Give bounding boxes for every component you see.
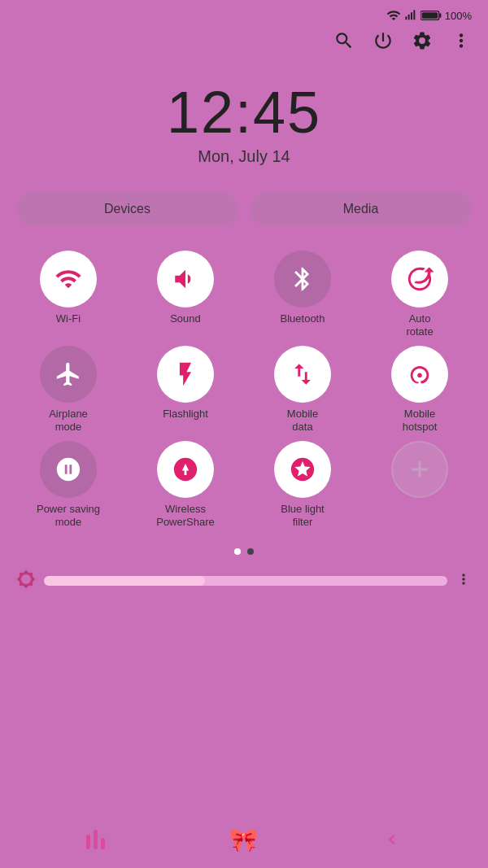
toggle-wifi[interactable]: Wi-Fi bbox=[10, 251, 127, 338]
bluetooth-label: Bluetooth bbox=[281, 312, 325, 325]
mobiledata-label: Mobiledata bbox=[287, 408, 318, 433]
toggle-mobiledata[interactable]: Mobiledata bbox=[244, 346, 361, 433]
clock-time: 12:45 bbox=[0, 79, 488, 146]
sound-label: Sound bbox=[170, 312, 201, 325]
quick-toggles-grid: Wi-Fi Sound Bluetooth Autorotate Airplan… bbox=[0, 242, 488, 537]
toggle-powersaving[interactable]: Power savingmode bbox=[10, 441, 127, 528]
dot-1 bbox=[234, 548, 241, 555]
airplane-icon-circle bbox=[40, 346, 97, 403]
signal-icon bbox=[404, 9, 417, 22]
toggle-bluetooth[interactable]: Bluetooth bbox=[244, 251, 361, 338]
more-icon[interactable] bbox=[451, 30, 472, 55]
bottom-nav: 🎀 bbox=[0, 811, 488, 868]
tab-media[interactable]: Media bbox=[250, 192, 472, 226]
wifi-label: Wi-Fi bbox=[56, 312, 81, 325]
flashlight-icon-circle bbox=[157, 346, 214, 403]
flashlight-label: Flashlight bbox=[163, 408, 208, 421]
status-bar: 100% bbox=[0, 0, 488, 27]
clock-section: 12:45 Mon, July 14 bbox=[0, 63, 488, 172]
autorotate-icon-circle bbox=[391, 251, 448, 308]
powersaving-label: Power savingmode bbox=[37, 503, 100, 528]
mobiledata-icon-circle bbox=[274, 346, 331, 403]
bluetooth-icon-circle bbox=[274, 251, 331, 308]
battery-icon bbox=[420, 9, 442, 22]
svg-rect-3 bbox=[413, 10, 415, 20]
brightness-track[interactable] bbox=[44, 576, 447, 586]
tab-devices[interactable]: Devices bbox=[16, 192, 238, 226]
clock-date: Mon, July 14 bbox=[0, 147, 488, 166]
toggle-add[interactable] bbox=[361, 441, 478, 528]
toggle-autorotate[interactable]: Autorotate bbox=[361, 251, 478, 338]
top-actions bbox=[0, 27, 488, 63]
mobilehotspot-icon-circle bbox=[391, 346, 448, 403]
mobilehotspot-label: Mobilehotspot bbox=[403, 408, 438, 433]
recents-icon bbox=[86, 830, 105, 849]
toggle-bluelightfilter[interactable]: Blue lightfilter bbox=[244, 441, 361, 528]
back-button[interactable] bbox=[382, 830, 402, 849]
bluelightfilter-label: Blue lightfilter bbox=[281, 503, 324, 528]
add-icon-circle bbox=[391, 441, 448, 498]
toggle-mobilehotspot[interactable]: Mobilehotspot bbox=[361, 346, 478, 433]
battery-percent: 100% bbox=[445, 10, 472, 22]
brightness-more-icon[interactable] bbox=[455, 571, 472, 591]
powersaving-icon-circle bbox=[40, 441, 97, 498]
brightness-fill bbox=[44, 576, 205, 586]
dot-2 bbox=[247, 548, 254, 555]
search-icon[interactable] bbox=[333, 30, 355, 55]
brightness-row[interactable] bbox=[0, 563, 488, 599]
recents-button[interactable] bbox=[86, 830, 105, 849]
svg-rect-0 bbox=[405, 16, 407, 20]
sound-icon-circle bbox=[157, 251, 214, 308]
wifi-status-icon bbox=[386, 8, 401, 23]
brightness-icon bbox=[16, 569, 36, 592]
toggle-wirelesspowershare[interactable]: WirelessPowerShare bbox=[127, 441, 244, 528]
bowtie-icon: 🎀 bbox=[229, 827, 258, 853]
autorotate-label: Autorotate bbox=[406, 312, 433, 338]
pagination-dots bbox=[0, 537, 488, 563]
settings-icon[interactable] bbox=[412, 30, 433, 55]
back-icon bbox=[382, 830, 402, 849]
svg-rect-5 bbox=[439, 13, 441, 17]
bluelightfilter-icon-circle bbox=[274, 441, 331, 498]
wirelesspowershare-label: WirelessPowerShare bbox=[156, 503, 215, 528]
toggle-flashlight[interactable]: Flashlight bbox=[127, 346, 244, 433]
wifi-icon-circle bbox=[40, 251, 97, 308]
toggle-airplane[interactable]: Airplanemode bbox=[10, 346, 127, 433]
wirelesspowershare-icon-circle bbox=[157, 441, 214, 498]
status-icons: 100% bbox=[386, 8, 472, 23]
svg-rect-2 bbox=[411, 12, 412, 20]
tab-row: Devices Media bbox=[0, 172, 488, 242]
svg-rect-6 bbox=[421, 12, 438, 19]
svg-rect-1 bbox=[407, 15, 409, 20]
toggle-sound[interactable]: Sound bbox=[127, 251, 244, 338]
home-button[interactable]: 🎀 bbox=[229, 827, 258, 853]
airplane-label: Airplanemode bbox=[49, 408, 88, 433]
power-icon[interactable] bbox=[373, 30, 394, 55]
